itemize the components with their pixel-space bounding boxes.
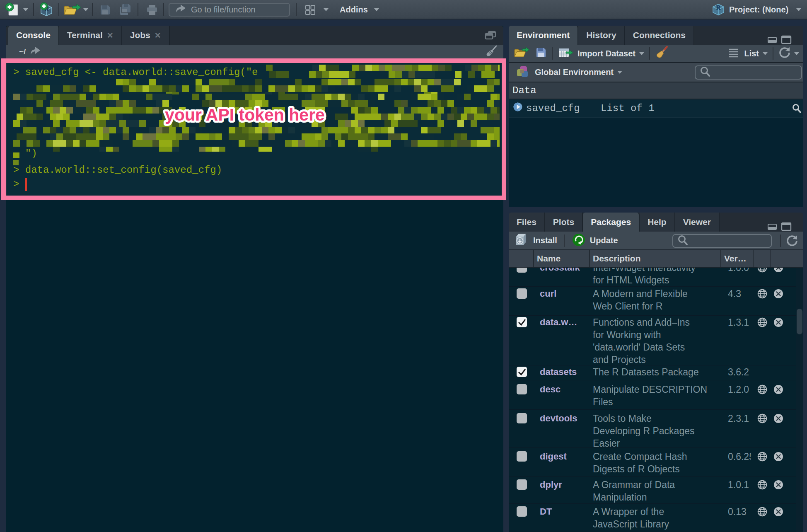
svg-text:your API token here: your API token here bbox=[165, 105, 325, 124]
svg-text:R: R bbox=[716, 4, 721, 11]
